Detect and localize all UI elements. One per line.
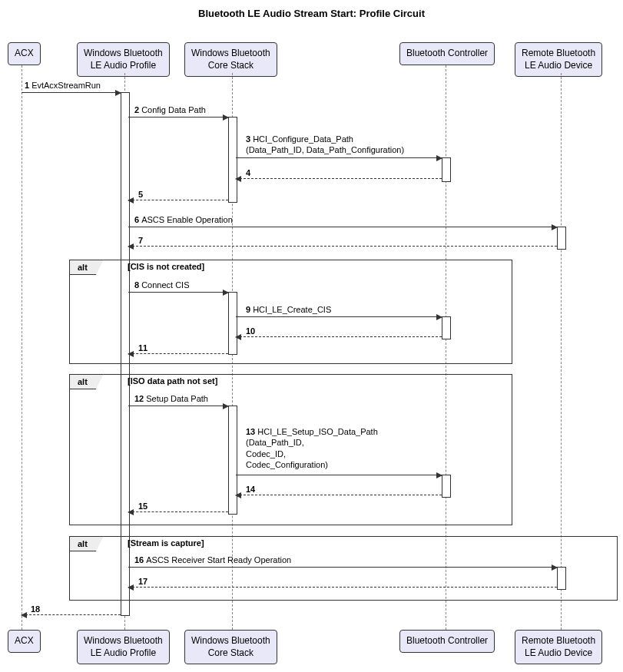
sequence-diagram: Bluetooth LE Audio Stream Start: Profile… — [0, 0, 623, 672]
alt-label-3: alt — [69, 536, 104, 551]
alt-label-2: alt — [69, 374, 104, 389]
msg-14: 14 — [246, 484, 257, 495]
arrow-m8 — [128, 292, 228, 293]
alt-label-1: alt — [69, 260, 104, 275]
msg-10: 10 — [246, 326, 257, 336]
arrow-m17 — [128, 587, 557, 588]
arrow-m16 — [128, 567, 557, 568]
arrow-m7 — [128, 246, 557, 247]
msg-11: 11 — [138, 343, 150, 353]
msg-4: 4 — [246, 167, 253, 178]
msg-6: 6ASCS Enable Operation — [134, 214, 233, 225]
msg-2: 2Config Data Path — [134, 104, 206, 115]
msg-7: 7 — [138, 235, 145, 246]
msg-9: 9HCI_LE_Create_CIS — [246, 304, 331, 315]
msg-8: 8Connect CIS — [134, 280, 190, 290]
participant-remote-top: Remote BluetoothLE Audio Device — [515, 42, 602, 77]
participant-acx-top: ACX — [8, 42, 41, 65]
msg-16: 16ASCS Receiver Start Ready Operation — [134, 554, 291, 565]
msg-15: 15 — [138, 501, 150, 511]
msg-3: 3HCI_Configure_Data_Path(Data_Path_ID, D… — [246, 134, 404, 156]
lifeline-acx — [22, 65, 22, 630]
arrow-m9 — [236, 316, 442, 317]
arrow-m13 — [236, 475, 442, 475]
participant-profile-bottom: Windows BluetoothLE Audio Profile — [77, 630, 170, 664]
msg-1: 1EvtAcxStreamRun — [25, 80, 101, 91]
arrow-m6 — [128, 227, 557, 227]
activation-stack-1 — [228, 117, 237, 203]
arrow-m2 — [128, 117, 228, 118]
arrow-m10 — [236, 336, 442, 337]
arrow-m4 — [236, 178, 442, 179]
msg-13: 13HCI_LE_Setup_ISO_Data_Path(Data_Path_I… — [246, 426, 378, 470]
participant-remote-bottom: Remote BluetoothLE Audio Device — [515, 630, 602, 664]
arrow-m14 — [236, 495, 442, 495]
alt-guard-2: [ISO data path not set] — [128, 376, 217, 386]
msg-12: 12Setup Data Path — [134, 393, 208, 404]
arrow-m3 — [236, 157, 442, 158]
participant-stack-bottom: Windows BluetoothCore Stack — [184, 630, 277, 664]
participant-controller-bottom: Bluetooth Controller — [399, 630, 495, 653]
alt-guard-3: [Stream is capture] — [128, 538, 204, 548]
participant-controller-top: Bluetooth Controller — [399, 42, 495, 65]
diagram-title: Bluetooth LE Audio Stream Start: Profile… — [0, 8, 623, 19]
participant-stack-top: Windows BluetoothCore Stack — [184, 42, 277, 77]
participant-acx-bottom: ACX — [8, 630, 41, 653]
arrow-m1 — [22, 92, 121, 93]
msg-18: 18 — [31, 604, 42, 614]
alt-guard-1: [CIS is not created] — [128, 262, 204, 271]
participant-profile-top: Windows BluetoothLE Audio Profile — [77, 42, 170, 77]
activation-controller-1 — [442, 157, 451, 182]
msg-5: 5 — [138, 189, 145, 200]
msg-17: 17 — [138, 576, 150, 587]
activation-remote-1 — [557, 227, 566, 250]
alt-box-3: alt [Stream is capture] — [69, 536, 618, 601]
arrow-m12 — [128, 406, 228, 406]
